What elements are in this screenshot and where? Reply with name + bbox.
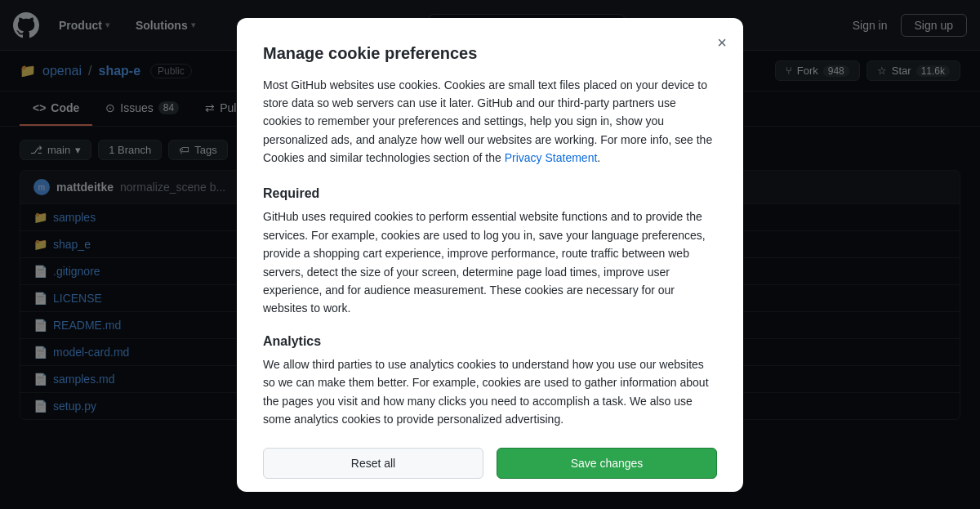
required-section: Required GitHub uses required cookies to… xyxy=(263,186,717,317)
modal-close-button[interactable]: × xyxy=(714,31,730,54)
required-title: Required xyxy=(263,186,717,201)
cookie-modal: × Manage cookie preferences Most GitHub … xyxy=(237,18,743,492)
modal-overlay: × Manage cookie preferences Most GitHub … xyxy=(0,0,980,509)
reset-all-button[interactable]: Reset all xyxy=(263,448,483,479)
required-text: GitHub uses required cookies to perform … xyxy=(263,208,717,317)
modal-intro: Most GitHub websites use cookies. Cookie… xyxy=(263,76,717,167)
modal-title: Manage cookie preferences xyxy=(263,44,717,63)
privacy-statement-link[interactable]: Privacy Statement xyxy=(505,151,598,164)
analytics-text: We allow third parties to use analytics … xyxy=(263,355,717,429)
analytics-section: Analytics We allow third parties to use … xyxy=(263,334,717,429)
analytics-title: Analytics xyxy=(263,334,717,349)
modal-actions: Reset all Save changes xyxy=(263,448,717,479)
save-changes-button[interactable]: Save changes xyxy=(497,448,717,479)
